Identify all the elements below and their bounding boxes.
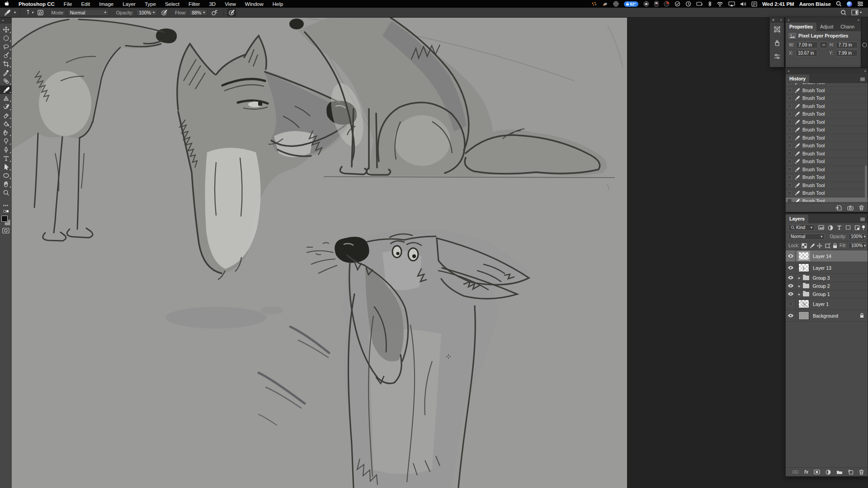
tool-history-brush[interactable] [0, 103, 12, 111]
history-row[interactable]: Brush Tool [786, 134, 868, 142]
time-machine-icon[interactable] [685, 1, 691, 7]
tool-brush[interactable] [0, 85, 12, 94]
mode-select[interactable]: Normal▾ [67, 9, 109, 16]
layer-name[interactable]: Group 3 [813, 275, 830, 281]
workspace-switcher-icon[interactable]: ▾ [851, 9, 862, 15]
lock-all-icon[interactable] [833, 243, 837, 249]
tab-adjustments[interactable]: Adjust [816, 23, 837, 31]
new-snapshot-icon[interactable] [847, 205, 854, 211]
brush-preset-picker[interactable]: 7 [27, 10, 29, 15]
display-connect-icon[interactable] [696, 1, 703, 7]
menu-file[interactable]: File [59, 1, 77, 7]
weather-lock-pill[interactable]: 52° [624, 1, 638, 7]
blend-mode-select[interactable]: Normal ▾ [788, 234, 825, 240]
tool-smudge[interactable] [0, 128, 12, 137]
new-group-icon[interactable] [836, 469, 843, 474]
history-row[interactable]: Brush Tool [786, 110, 868, 118]
app-dots-icon[interactable] [591, 1, 597, 7]
toggle-brush-panel-icon[interactable] [36, 9, 45, 16]
y-field[interactable]: 7.99 in [836, 50, 858, 56]
layer-fill-select[interactable]: 100% ▾ [849, 243, 865, 249]
layer-thumbnail[interactable] [798, 311, 809, 320]
siri-icon[interactable] [847, 1, 852, 7]
app-badge-icon[interactable] [602, 1, 608, 7]
width-field[interactable]: 7.09 in [796, 42, 818, 48]
tool-path-select[interactable] [0, 163, 12, 171]
menu-select[interactable]: Select [160, 1, 184, 7]
history-row[interactable]: Brush Tool [786, 142, 868, 150]
layer-opacity-select[interactable]: 100% ▾ [849, 234, 865, 240]
smoothing-pressure-icon[interactable] [227, 9, 236, 16]
toolbar-overflow-dots[interactable]: ••• [3, 203, 9, 208]
menu-edit[interactable]: Edit [76, 1, 94, 7]
brush-picker-chevron[interactable]: ▾ [32, 10, 33, 14]
volume-icon[interactable] [740, 1, 746, 7]
menu-type[interactable]: Type [140, 1, 160, 7]
menu-view[interactable]: View [220, 1, 241, 7]
default-swatches-icon[interactable] [4, 210, 9, 212]
history-row[interactable]: Brush Tool [786, 182, 868, 190]
tool-move[interactable] [0, 25, 12, 34]
active-tool-icon[interactable] [3, 9, 11, 16]
visibility-toggle[interactable] [786, 262, 796, 273]
filter-adjustment-layers-icon[interactable] [828, 225, 833, 230]
tool-paint-bucket[interactable] [0, 120, 12, 128]
layer-row-layer-1[interactable]: Layer 1 [786, 298, 868, 310]
layer-row-background[interactable]: Background [786, 310, 868, 322]
menu-user[interactable]: Aaron Blaise [799, 1, 831, 7]
properties-collapse-icon[interactable]: « [858, 18, 859, 22]
brush-settings-panel-icon[interactable] [770, 50, 784, 63]
tool-healing-brush[interactable] [0, 77, 12, 85]
tool-pen[interactable] [0, 145, 12, 154]
layer-row-group-3[interactable]: ▸ Group 3 [786, 274, 868, 282]
filter-pixel-layers-icon[interactable] [818, 225, 824, 230]
foreground-color-swatch[interactable] [1, 216, 8, 222]
bluetooth-icon[interactable] [708, 1, 712, 7]
menu-image[interactable]: Image [94, 1, 118, 7]
visibility-toggle-off[interactable] [786, 298, 796, 310]
visibility-toggle[interactable] [786, 250, 796, 262]
tool-shape-ellipse[interactable] [0, 171, 12, 180]
dock-collapse-icon[interactable]: » [780, 18, 782, 22]
history-row[interactable]: Brush Tool [786, 83, 868, 87]
record-app-icon[interactable] [664, 1, 670, 7]
lock-artboard-icon[interactable] [825, 243, 830, 249]
menu-filter[interactable]: Filter [184, 1, 205, 7]
lock-position-icon[interactable] [817, 243, 822, 249]
menu-3d[interactable]: 3D [204, 1, 220, 7]
apple-menu[interactable] [0, 1, 14, 7]
tool-type[interactable] [0, 154, 12, 163]
history-row[interactable]: Brush Tool [786, 103, 868, 111]
link-dimensions-icon[interactable]: ∞ [820, 42, 828, 48]
layer-name[interactable]: Background [813, 313, 838, 319]
history-row[interactable]: Brush Tool [786, 118, 868, 127]
new-document-from-state-icon[interactable] [835, 205, 842, 211]
tab-layers[interactable]: Layers [786, 215, 808, 223]
tab-properties[interactable]: Properties [786, 23, 816, 31]
history-row[interactable]: Brush Tool [786, 189, 868, 197]
tool-clone-stamp[interactable] [0, 94, 12, 103]
lock-transparency-icon[interactable] [802, 243, 807, 249]
tool-eraser[interactable] [0, 111, 12, 120]
menu-help[interactable]: Help [268, 1, 288, 7]
layer-row-layer-14[interactable]: Layer 14 [786, 250, 868, 262]
wifi-icon[interactable] [717, 1, 723, 7]
visibility-toggle[interactable] [786, 274, 796, 282]
group-disclosure-icon[interactable]: ▸ [798, 284, 801, 288]
history-close-icon[interactable]: × [788, 69, 790, 73]
display-app-icon[interactable] [654, 1, 659, 7]
layer-style-fx-icon[interactable]: fx [804, 469, 808, 474]
history-scrollbar[interactable] [865, 165, 867, 200]
color-swatches[interactable] [1, 216, 10, 225]
brushes-panel-icon[interactable] [770, 36, 784, 50]
filter-toggle-pin[interactable] [862, 225, 865, 230]
delete-state-icon[interactable] [859, 205, 864, 211]
history-row[interactable]: Brush Tool [786, 174, 868, 182]
x-field[interactable]: 10.67 in [796, 50, 817, 56]
history-row[interactable]: Brush Tool [786, 150, 868, 158]
history-row[interactable]: Brush Tool [786, 94, 868, 103]
menu-window[interactable]: Window [241, 1, 268, 7]
tool-lasso[interactable] [0, 42, 12, 51]
history-row[interactable]: Brush Tool [786, 87, 868, 95]
control-center-icon[interactable] [857, 1, 863, 7]
